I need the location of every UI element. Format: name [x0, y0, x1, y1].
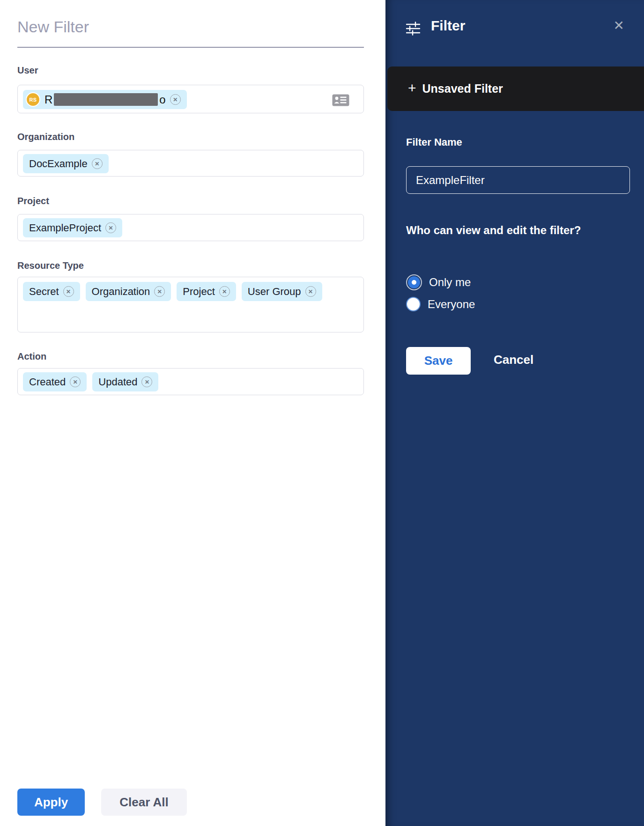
user-name-suffix: o: [159, 93, 165, 106]
visibility-question: Who can view and edit the filter?: [406, 224, 581, 237]
filter-sliders-icon: [406, 20, 421, 37]
drawer-title: Filter: [431, 18, 465, 34]
filter-tag: Created✕: [23, 372, 87, 391]
tag-label: Secret: [29, 286, 59, 298]
unsaved-filter-label: Unsaved Filter: [422, 82, 503, 96]
user-input[interactable]: RS R o ✕: [17, 85, 364, 113]
tag-label: Project: [183, 286, 215, 298]
footer-actions: Apply Clear All: [17, 789, 187, 816]
plus-icon: +: [408, 81, 416, 95]
field-label-project: Project: [17, 196, 49, 206]
field-label-user: User: [17, 65, 38, 76]
filter-drawer: Filter ✕ + Unsaved Filter Filter Name Wh…: [385, 0, 644, 826]
tag-label: User Group: [248, 286, 301, 298]
field-label-resource-type: Resource Type: [17, 260, 84, 271]
field-label-action: Action: [17, 351, 46, 362]
radio-unselected-icon[interactable]: [406, 297, 421, 311]
filter-tag: DocExample✕: [23, 154, 109, 173]
page-title: New Filter: [17, 18, 89, 36]
new-filter-panel: New Filter User RS R o ✕: [0, 0, 385, 826]
tag-label: ExampleProject: [29, 222, 101, 234]
filter-name-label: Filter Name: [406, 136, 462, 148]
project-input[interactable]: ExampleProject✕: [17, 214, 364, 241]
tag-label: Created: [29, 376, 66, 388]
cancel-button[interactable]: Cancel: [491, 352, 536, 368]
remove-tag-icon[interactable]: ✕: [141, 376, 152, 387]
user-name-prefix: R: [44, 93, 52, 106]
filter-tag: Updated✕: [92, 372, 158, 391]
title-divider: [17, 47, 364, 48]
radio-option-only-me[interactable]: Only me: [406, 274, 471, 290]
remove-tag-icon[interactable]: ✕: [305, 286, 316, 297]
tag-label: Updated: [98, 376, 137, 388]
redacted-name-bar: [54, 93, 158, 106]
remove-tag-icon[interactable]: ✕: [92, 158, 103, 169]
unsaved-filter-item[interactable]: + Unsaved Filter: [387, 66, 644, 111]
user-name: R o: [44, 93, 166, 106]
user-avatar: RS: [26, 92, 40, 107]
radio-selected-icon[interactable]: [406, 274, 422, 290]
remove-tag-icon[interactable]: ✕: [105, 222, 116, 233]
clear-all-button[interactable]: Clear All: [101, 789, 187, 816]
organization-input[interactable]: DocExample✕: [17, 150, 364, 177]
filter-tag: Project✕: [177, 282, 236, 301]
resource-type-input[interactable]: Secret✕Organization✕Project✕User Group✕: [17, 277, 364, 332]
remove-tag-icon[interactable]: ✕: [63, 286, 74, 297]
filter-name-input[interactable]: [406, 166, 630, 194]
action-input[interactable]: Created✕Updated✕: [17, 368, 364, 395]
remove-tag-icon[interactable]: ✕: [219, 286, 230, 297]
radio-option-everyone[interactable]: Everyone: [406, 297, 475, 311]
remove-tag-icon[interactable]: ✕: [70, 376, 81, 387]
filter-tag: Secret✕: [23, 282, 80, 301]
close-icon[interactable]: ✕: [614, 18, 624, 33]
filter-tag: User Group✕: [242, 282, 322, 301]
radio-label-everyone: Everyone: [428, 298, 475, 311]
remove-tag-icon[interactable]: ✕: [170, 94, 181, 105]
user-tag: RS R o ✕: [23, 90, 187, 109]
tag-label: DocExample: [29, 158, 88, 170]
tag-label: Organization: [92, 286, 150, 298]
radio-label-only-me: Only me: [429, 276, 471, 289]
contact-card-icon[interactable]: [332, 94, 349, 106]
filter-tag: Organization✕: [86, 282, 171, 301]
save-button[interactable]: Save: [406, 347, 471, 375]
field-label-organization: Organization: [17, 132, 74, 142]
remove-tag-icon[interactable]: ✕: [154, 286, 165, 297]
filter-screen: New Filter User RS R o ✕: [0, 0, 644, 826]
filter-tag: ExampleProject✕: [23, 218, 122, 237]
apply-button[interactable]: Apply: [17, 789, 85, 816]
